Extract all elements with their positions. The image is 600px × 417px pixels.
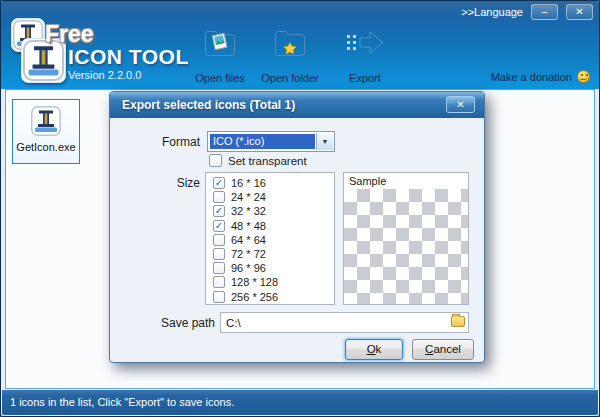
set-transparent-label: Set transparent xyxy=(228,155,307,167)
make-donation-link[interactable]: Make a donation xyxy=(491,70,590,83)
size-checkbox[interactable] xyxy=(213,248,225,260)
size-option-label: 48 * 48 xyxy=(231,220,266,232)
export-dialog: Export selected icons (Total 1) ✕ Format… xyxy=(109,91,485,363)
smiley-icon xyxy=(577,70,590,83)
dialog-titlebar[interactable]: Export selected icons (Total 1) ✕ xyxy=(110,92,484,118)
close-button[interactable]: ✕ xyxy=(566,4,593,20)
size-option-64x64[interactable]: 64 * 64 xyxy=(206,233,334,247)
set-transparent-checkbox[interactable] xyxy=(209,154,222,167)
export-arrow-icon xyxy=(344,28,386,58)
folder-with-star-icon xyxy=(273,28,307,58)
open-folder-button[interactable]: Open folder xyxy=(259,28,321,84)
app-window: >>Language – ✕ Free ICON TOOL Version 2.… xyxy=(0,0,600,417)
size-checkbox[interactable] xyxy=(213,276,225,288)
sample-preview-box: Sample xyxy=(343,172,469,305)
dialog-close-button[interactable]: ✕ xyxy=(446,96,475,113)
size-option-16x16[interactable]: ✓16 * 16 xyxy=(206,176,334,190)
geticon-app-icon xyxy=(31,106,61,136)
save-path-label: Save path xyxy=(128,316,215,330)
size-option-24x24[interactable]: 24 * 24 xyxy=(206,190,334,204)
transparency-checkerboard xyxy=(344,189,468,304)
sample-label: Sample xyxy=(349,175,386,187)
size-checkbox[interactable] xyxy=(213,291,225,303)
file-item-geticon[interactable]: GetIcon.exe xyxy=(12,99,80,164)
status-bar: 1 icons in the list, Click "Export" to s… xyxy=(2,390,598,415)
size-checkbox[interactable]: ✓ xyxy=(213,220,225,232)
export-button[interactable]: Export xyxy=(335,28,395,84)
file-name: GetIcon.exe xyxy=(16,141,75,153)
dialog-title: Export selected icons (Total 1) xyxy=(110,92,484,118)
minimize-button[interactable]: – xyxy=(531,4,558,20)
format-dropdown[interactable]: ICO (*.ico) ▼ xyxy=(207,131,335,152)
size-checkbox[interactable] xyxy=(213,191,225,203)
language-menu[interactable]: >>Language xyxy=(461,6,523,18)
size-option-label: 16 * 16 xyxy=(231,177,266,189)
chevron-down-icon[interactable]: ▼ xyxy=(316,133,333,150)
brand-title: ICON TOOL xyxy=(68,45,189,69)
size-checkbox[interactable]: ✓ xyxy=(213,177,225,189)
ok-button[interactable]: Ok xyxy=(345,339,403,360)
save-path-input[interactable] xyxy=(220,312,469,333)
size-option-label: 72 * 72 xyxy=(231,248,266,260)
folder-with-image-icon xyxy=(203,28,237,58)
open-files-button[interactable]: Open files xyxy=(191,28,249,84)
size-option-label: 24 * 24 xyxy=(231,191,266,203)
browse-folder-icon[interactable] xyxy=(451,316,465,327)
size-option-256x256[interactable]: 256 * 256 xyxy=(206,290,334,304)
ok-button-label: Ok xyxy=(346,340,402,359)
format-label: Format xyxy=(140,135,200,149)
size-option-label: 128 * 128 xyxy=(231,276,278,288)
cancel-button[interactable]: Cancel xyxy=(412,339,474,360)
size-list[interactable]: ✓16 * 1624 * 24✓32 * 32✓48 * 4864 * 6472… xyxy=(205,172,335,305)
size-option-48x48[interactable]: ✓48 * 48 xyxy=(206,219,334,233)
size-option-96x96[interactable]: 96 * 96 xyxy=(206,261,334,275)
open-folder-label: Open folder xyxy=(261,72,318,84)
size-checkbox[interactable] xyxy=(213,234,225,246)
open-files-label: Open files xyxy=(195,72,245,84)
size-option-label: 32 * 32 xyxy=(231,205,266,217)
size-checkbox[interactable] xyxy=(213,262,225,274)
cancel-button-label: Cancel xyxy=(413,340,473,359)
app-header: >>Language – ✕ Free ICON TOOL Version 2.… xyxy=(1,1,599,89)
size-option-label: 64 * 64 xyxy=(231,234,266,246)
export-label: Export xyxy=(349,72,381,84)
size-checkbox[interactable]: ✓ xyxy=(213,205,225,217)
format-selected-value: ICO (*.ico) xyxy=(210,134,315,149)
version-label: Version 2.2.0.0 xyxy=(68,69,141,81)
size-option-128x128[interactable]: 128 * 128 xyxy=(206,275,334,289)
size-option-label: 96 * 96 xyxy=(231,262,266,274)
size-option-32x32[interactable]: ✓32 * 32 xyxy=(206,204,334,218)
window-controls: >>Language – ✕ xyxy=(461,4,593,20)
donation-label: Make a donation xyxy=(491,71,572,83)
set-transparent-option[interactable]: Set transparent xyxy=(209,154,307,167)
size-option-72x72[interactable]: 72 * 72 xyxy=(206,247,334,261)
size-label: Size xyxy=(140,176,200,190)
brand-free: Free xyxy=(45,21,94,48)
size-option-label: 256 * 256 xyxy=(231,291,278,303)
